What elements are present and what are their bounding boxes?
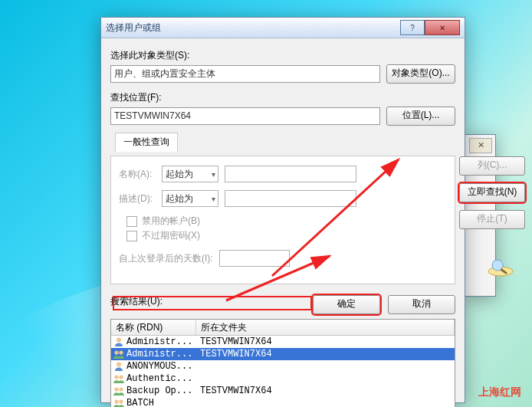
cancel-button[interactable]: 取消 [388, 295, 455, 314]
list-item[interactable]: Administr...TESTVMWIN7X64 [111, 348, 455, 360]
help-button[interactable]: ? [400, 20, 425, 35]
svg-point-12 [119, 399, 123, 403]
list-item-folder: TESTVMWIN7X64 [200, 386, 455, 396]
column-name[interactable]: 名称 (RDN) [111, 320, 196, 335]
list-item-name: ANONYMOUS... [126, 361, 200, 372]
select-user-or-group-dialog: 选择用户或组 ? ✕ 选择此对象类型(S): 用户、组或内置安全主体 对象类型(… [100, 17, 465, 403]
list-item-name: Authentic... [126, 373, 200, 384]
user-icon [113, 336, 125, 347]
group-icon [113, 349, 125, 359]
common-queries-tab[interactable]: 一般性查询 [115, 133, 178, 152]
svg-point-8 [119, 375, 123, 379]
disabled-accounts-checkbox[interactable]: 禁用的帐户(B) [126, 215, 447, 228]
group-icon [113, 398, 125, 407]
svg-point-7 [114, 375, 118, 379]
background-close-button[interactable]: ✕ [469, 138, 492, 153]
columns-button[interactable]: 列(C)... [459, 156, 525, 176]
object-type-label: 选择此对象类型(S): [110, 49, 455, 62]
object-type-field: 用户、组或内置安全主体 [110, 65, 380, 83]
group-icon [113, 386, 125, 396]
days-since-logon-label: 自上次登录后的天数(I): [119, 252, 213, 265]
name-match-combo[interactable]: 起始为 [162, 166, 218, 182]
list-item[interactable]: Administr...TESTVMWIN7X64 [111, 336, 455, 348]
watermark: 上海红网 [478, 386, 521, 399]
object-types-button[interactable]: 对象类型(O)... [386, 64, 455, 84]
list-item-name: BATCH [126, 398, 200, 407]
list-item[interactable]: ANONYMOUS... [111, 360, 455, 373]
dialog-title: 选择用户或组 [106, 21, 161, 34]
group-icon [113, 373, 125, 384]
location-label: 查找位置(F): [110, 91, 455, 104]
list-item-name: Administr... [126, 349, 200, 359]
locations-button[interactable]: 位置(L)... [386, 107, 455, 126]
close-button[interactable]: ✕ [425, 20, 460, 35]
ok-button[interactable]: 确定 [313, 295, 380, 314]
description-label: 描述(D): [119, 192, 162, 205]
titlebar[interactable]: 选择用户或组 ? ✕ [101, 18, 465, 38]
list-item[interactable]: BATCH [111, 397, 455, 407]
list-item[interactable]: Backup Op...TESTVMWIN7X64 [111, 385, 455, 397]
name-label: 名称(A): [119, 168, 162, 181]
svg-point-3 [117, 338, 121, 343]
svg-point-4 [114, 350, 118, 354]
list-item-folder: TESTVMWIN7X64 [200, 336, 455, 347]
svg-point-6 [117, 363, 121, 367]
svg-point-11 [114, 399, 118, 403]
days-since-logon-input[interactable] [219, 250, 290, 267]
search-results-list[interactable]: 名称 (RDN) 所在文件夹 Administr...TESTVMWIN7X64… [110, 319, 455, 407]
nonexpiring-password-checkbox[interactable]: 不过期密码(X) [126, 229, 447, 242]
search-decor-icon [485, 256, 516, 277]
list-item-name: Administr... [126, 336, 200, 347]
svg-point-9 [114, 387, 118, 391]
svg-point-5 [119, 350, 123, 354]
list-item-name: Backup Op... [126, 386, 200, 396]
description-input[interactable] [225, 190, 356, 207]
list-item-folder: TESTVMWIN7X64 [200, 349, 455, 359]
list-header[interactable]: 名称 (RDN) 所在文件夹 [111, 320, 455, 336]
column-folder[interactable]: 所在文件夹 [196, 320, 455, 335]
stop-button[interactable]: 停止(T) [459, 210, 525, 229]
list-item[interactable]: Authentic... [111, 373, 455, 385]
location-field: TESTVMWIN7X64 [110, 107, 380, 125]
common-queries-group: 名称(A): 起始为 描述(D): 起始为 禁用的帐户(B) 不过期密码(X) [110, 156, 455, 284]
find-now-button[interactable]: 立即查找(N) [459, 183, 525, 202]
user-icon [113, 361, 125, 372]
svg-point-10 [119, 387, 123, 391]
description-match-combo[interactable]: 起始为 [162, 190, 218, 207]
name-input[interactable] [225, 166, 356, 182]
